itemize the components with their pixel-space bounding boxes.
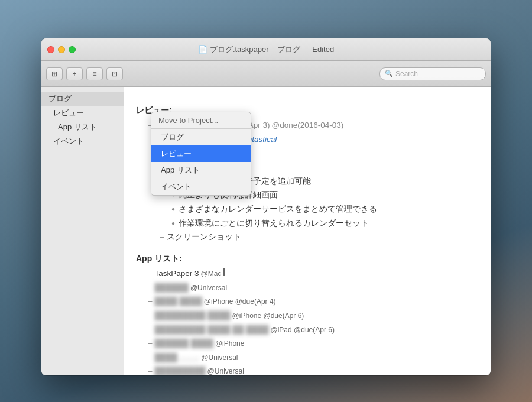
task-text-screenshot: スクリーンショット (167, 231, 241, 244)
task-blurred-2: – ████ ████ @iPhone @due(Apr 4) (136, 295, 479, 308)
list-button[interactable]: ≡ (86, 67, 103, 80)
dropdown-header[interactable]: Move to Project... (151, 112, 251, 129)
dropdown-item-review[interactable]: レビュー (151, 145, 251, 162)
tag-b4: @iPad @due(Apr 6) (271, 325, 335, 336)
add-button[interactable]: + (66, 67, 83, 80)
bullet-b6: – (148, 351, 153, 364)
tag-b2: @iPhone @due(Apr 4) (204, 296, 276, 307)
document-icon: 📄 (198, 45, 207, 54)
search-placeholder: Search (395, 70, 418, 78)
bullet-screenshot: – (160, 231, 164, 244)
task-blurred-6: – ████ ········· @Universal (136, 351, 479, 364)
task-text-b5: ██████ ████ (155, 337, 213, 350)
bullet-b7: – (148, 365, 153, 375)
bullet-taskpaper: – (148, 267, 153, 280)
tag-icon: ⊡ (112, 70, 118, 78)
titlebar: 📄 ブログ.taskpaper – ブログ — Edited (41, 38, 491, 61)
sidebar-item-applist[interactable]: App リスト (41, 120, 124, 134)
sidebar-item-blog[interactable]: ブログ (41, 92, 124, 106)
search-box[interactable]: 🔍 Search (379, 67, 486, 80)
search-icon: 🔍 (385, 70, 393, 77)
task-blurred-5: – ██████ ████ @iPhone (136, 337, 479, 350)
task-text-b4: █████████ ████ ██ ████ (155, 323, 269, 336)
task-taskpaper: – TaskPaper 3 @Mac (136, 267, 479, 280)
sidebar-icon: ⊞ (51, 70, 57, 78)
task-screenshot: – スクリーンショット (136, 231, 479, 244)
tag-b7: @Universal (207, 366, 244, 375)
maximize-button[interactable] (69, 46, 76, 53)
bullet-b1: – (148, 281, 153, 294)
applist-section-title: App リスト: (136, 252, 479, 265)
toolbar: ⊞ + ≡ ⊡ 🔍 Search (41, 61, 491, 87)
bullet-b5: – (148, 337, 153, 350)
minimize-button[interactable] (58, 46, 65, 53)
dropdown-menu: Move to Project... ブログ レビュー App リスト イベント (151, 112, 251, 196)
dropdown-item-blog[interactable]: ブログ (151, 129, 251, 145)
task-text-f4: 作業環境にごとに切り替えられるカレンダーセット (179, 217, 369, 230)
cursor-taskpaper (223, 268, 225, 276)
tag-button[interactable]: ⊡ (106, 67, 123, 80)
bullet-b2: – (148, 295, 153, 308)
task-feature3: ● さまざまなカレンダーサービスをまとめて管理できる (136, 203, 479, 216)
task-blurred-1: – ██████ @Universal (136, 281, 479, 294)
task-text-taskpaper: TaskPaper 3 (155, 267, 199, 280)
traffic-lights (47, 46, 76, 53)
tag-b1: @Universal (190, 283, 227, 294)
tag-done-fantastical: @done(2016-04-03) (271, 119, 343, 132)
dropdown-item-event[interactable]: イベント (151, 179, 251, 195)
main-content: ブログ レビュー App リスト イベント Move to Project...… (41, 87, 491, 375)
close-button[interactable] (47, 46, 54, 53)
sidebar: ブログ レビュー App リスト イベント (41, 87, 124, 375)
add-icon: + (72, 70, 76, 78)
sidebar-item-event[interactable]: イベント (41, 134, 124, 148)
main-window: 📄 ブログ.taskpaper – ブログ — Edited ⊞ + ≡ ⊡ 🔍… (41, 38, 491, 375)
bullet-b3: – (148, 309, 153, 322)
task-text-b3: █████████ ████ (155, 309, 231, 322)
task-blurred-7: – █████████ @Universal (136, 365, 479, 375)
task-text-b6: ████ ········· (155, 351, 200, 364)
task-blurred-3: – █████████ ████ @iPhone @due(Apr 6) (136, 309, 479, 322)
dropdown-item-applist[interactable]: App リスト (151, 162, 251, 179)
task-text-b7: █████████ (155, 365, 206, 375)
task-feature4: ● 作業環境にごとに切り替えられるカレンダーセット (136, 217, 479, 230)
bullet-b4: – (148, 323, 153, 336)
tag-taskpaper-mac: @Mac (201, 268, 222, 280)
sidebar-toggle-button[interactable]: ⊞ (46, 67, 63, 80)
bullet-f3: ● (171, 205, 175, 214)
tag-b6: @Universal (201, 352, 238, 364)
task-blurred-4: – █████████ ████ ██ ████ @iPad @due(Apr … (136, 323, 479, 336)
task-text-b1: ██████ (155, 281, 189, 294)
list-icon: ≡ (92, 70, 96, 78)
task-text-b2: ████ ████ (155, 295, 202, 308)
bullet-f4: ● (171, 219, 175, 228)
tag-b5: @iPhone (215, 338, 245, 349)
sidebar-item-review[interactable]: レビュー (41, 106, 124, 120)
task-text-f3: さまざまなカレンダーサービスをまとめて管理できる (179, 203, 377, 216)
window-title: 📄 ブログ.taskpaper – ブログ — Edited (198, 44, 334, 55)
tag-b3: @iPhone @due(Apr 6) (232, 310, 304, 322)
